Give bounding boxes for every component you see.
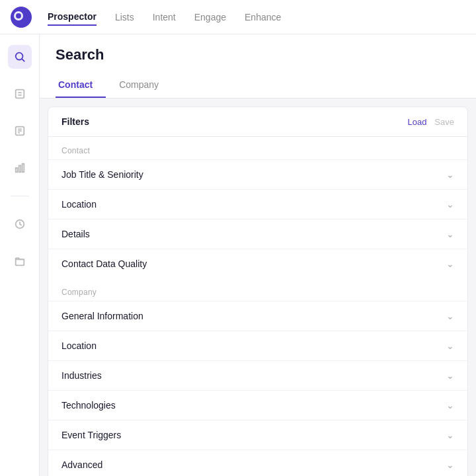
sidebar xyxy=(0,34,40,476)
chevron-down-icon: ⌄ xyxy=(446,340,454,351)
nav-item-engage[interactable]: Engage xyxy=(194,9,226,25)
sidebar-icon-history[interactable] xyxy=(8,212,32,236)
contact-section-label: Contact xyxy=(48,137,467,159)
nav-menu: Prospector Lists Intent Engage Enhance xyxy=(48,9,281,26)
chevron-down-icon: ⌄ xyxy=(446,311,454,321)
filter-row-details[interactable]: Details ⌄ xyxy=(48,219,467,249)
page-header: Search Contact Company xyxy=(40,34,476,99)
chevron-down-icon: ⌄ xyxy=(446,258,454,269)
svg-rect-5 xyxy=(15,90,24,99)
sidebar-icon-flag[interactable] xyxy=(8,119,32,143)
tabs-bar: Contact Company xyxy=(56,73,460,98)
filter-row-contact-location[interactable]: Location ⌄ xyxy=(48,189,467,219)
tab-contact[interactable]: Contact xyxy=(56,73,106,98)
filter-row-company-location[interactable]: Location ⌄ xyxy=(48,331,467,360)
filter-row-advanced[interactable]: Advanced ⌄ xyxy=(48,450,467,476)
chevron-down-icon: ⌄ xyxy=(446,400,454,411)
chevron-down-icon: ⌄ xyxy=(446,430,454,440)
chevron-down-icon: ⌄ xyxy=(446,169,454,180)
chevron-down-icon: ⌄ xyxy=(446,229,454,239)
sidebar-divider xyxy=(11,196,29,196)
svg-point-3 xyxy=(15,53,22,60)
svg-rect-14 xyxy=(22,164,24,173)
filter-row-event-triggers[interactable]: Event Triggers ⌄ xyxy=(48,420,467,450)
chevron-down-icon: ⌄ xyxy=(446,199,454,210)
sidebar-icon-search[interactable] xyxy=(8,45,32,69)
sidebar-icon-contacts[interactable] xyxy=(8,82,32,106)
save-button[interactable]: Save xyxy=(434,117,454,127)
svg-line-4 xyxy=(22,59,24,61)
filter-row-industries[interactable]: Industries ⌄ xyxy=(48,360,467,390)
filters-label: Filters xyxy=(61,116,89,127)
nav-item-lists[interactable]: Lists xyxy=(115,9,134,25)
chevron-down-icon: ⌄ xyxy=(446,459,454,470)
filter-row-job-title[interactable]: Job Title & Seniority ⌄ xyxy=(48,159,467,189)
top-navigation: Prospector Lists Intent Engage Enhance xyxy=(0,0,476,34)
page-title: Search xyxy=(56,46,460,63)
sidebar-icon-folder[interactable] xyxy=(8,249,32,273)
nav-item-prospector[interactable]: Prospector xyxy=(48,9,97,26)
load-button[interactable]: Load xyxy=(407,117,426,127)
sidebar-icon-chart[interactable] xyxy=(8,156,32,180)
nav-item-intent[interactable]: Intent xyxy=(153,9,176,25)
tab-company[interactable]: Company xyxy=(116,73,172,98)
filter-panel: Filters Load Save Contact Job Title & Se… xyxy=(48,106,468,476)
chevron-down-icon: ⌄ xyxy=(446,370,454,381)
svg-point-2 xyxy=(16,13,21,19)
app-logo[interactable] xyxy=(11,7,32,28)
filter-row-general-information[interactable]: General Information ⌄ xyxy=(48,301,467,331)
svg-rect-13 xyxy=(19,165,20,172)
nav-item-enhance[interactable]: Enhance xyxy=(245,9,281,25)
filters-header: Filters Load Save xyxy=(48,107,467,137)
filter-row-contact-data-quality[interactable]: Contact Data Quality ⌄ xyxy=(48,249,467,278)
svg-rect-12 xyxy=(15,168,17,172)
company-section-label: Company xyxy=(48,278,467,301)
main-content: Search Contact Company Filters Load Save… xyxy=(40,34,476,476)
main-layout: Search Contact Company Filters Load Save… xyxy=(0,34,476,476)
filter-row-technologies[interactable]: Technologies ⌄ xyxy=(48,390,467,420)
filter-actions: Load Save xyxy=(407,117,454,127)
